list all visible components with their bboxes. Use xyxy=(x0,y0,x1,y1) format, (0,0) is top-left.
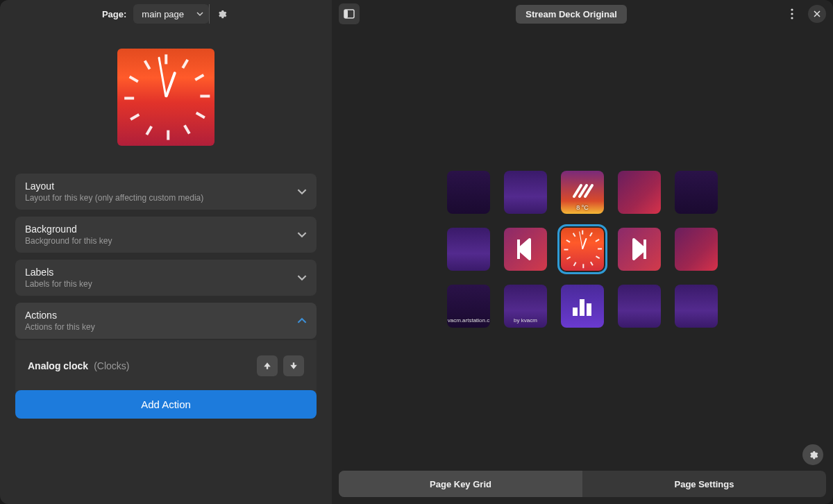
action-group: (Clocks) xyxy=(94,360,129,371)
section-title: Background xyxy=(25,224,297,235)
page-select[interactable]: main page xyxy=(133,4,209,24)
sidebar: Page: main page Layout Layout for this k… xyxy=(0,0,332,504)
grid-settings-button[interactable] xyxy=(802,444,823,465)
key-caption: vacm.artstation.c xyxy=(447,317,490,324)
key-1[interactable] xyxy=(504,171,547,214)
section-layout[interactable]: Layout Layout for this key (only affecti… xyxy=(15,174,317,210)
next-track-icon xyxy=(618,228,661,271)
key-0[interactable] xyxy=(447,171,490,214)
action-name: Analog clock xyxy=(28,360,88,371)
key-preview-image xyxy=(117,49,214,146)
key-6[interactable] xyxy=(504,228,547,271)
key-13[interactable] xyxy=(618,285,661,328)
chevron-down-icon xyxy=(297,273,307,283)
prev-track-icon xyxy=(504,228,547,271)
key-11[interactable]: by kvacm xyxy=(504,285,547,328)
add-action-button[interactable]: Add Action xyxy=(15,390,317,419)
actions-body: Analog clock (Clocks) Add Action xyxy=(15,340,317,419)
gear-icon xyxy=(808,450,818,460)
key-grid-wrap: 8 °Cvacm.artstation.cby kvacm xyxy=(332,28,833,471)
footer-tabs: Page Key Grid Page Settings xyxy=(339,471,826,497)
svg-point-3 xyxy=(791,12,793,15)
chevron-down-icon xyxy=(297,230,307,240)
volume-bars-icon xyxy=(561,285,604,328)
key-9[interactable] xyxy=(675,228,718,271)
more-vertical-icon xyxy=(791,8,793,19)
key-caption: by kvacm xyxy=(504,317,547,324)
action-move-down-button[interactable] xyxy=(283,355,304,376)
arrow-up-icon xyxy=(263,362,271,370)
action-move-up-button[interactable] xyxy=(257,355,278,376)
svg-rect-10 xyxy=(587,303,591,316)
section-title: Layout xyxy=(25,180,297,192)
section-subtitle: Labels for this key xyxy=(25,279,297,289)
arrow-down-icon xyxy=(289,362,298,370)
svg-point-2 xyxy=(791,8,793,10)
section-labels[interactable]: Labels Labels for this key xyxy=(15,260,317,296)
section-list: Layout Layout for this key (only affecti… xyxy=(0,174,332,504)
close-button[interactable] xyxy=(808,5,826,23)
key-4[interactable] xyxy=(675,171,718,214)
section-actions[interactable]: Actions Actions for this key xyxy=(15,303,317,339)
action-row[interactable]: Analog clock (Clocks) xyxy=(15,346,317,386)
close-icon xyxy=(814,10,821,17)
sidebar-header: Page: main page xyxy=(0,0,332,28)
main-panel: Stream Deck Original 8 °Cvacm.artstation… xyxy=(332,0,833,504)
key-3[interactable] xyxy=(618,171,661,214)
svg-rect-8 xyxy=(573,308,578,316)
key-preview xyxy=(0,28,332,174)
more-menu-button[interactable] xyxy=(783,5,801,23)
svg-rect-1 xyxy=(344,10,348,18)
section-subtitle: Background for this key xyxy=(25,236,297,246)
key-grid: 8 °Cvacm.artstation.cby kvacm xyxy=(447,171,718,328)
key-5[interactable] xyxy=(447,228,490,271)
page-settings-button[interactable] xyxy=(209,4,230,24)
chevron-down-icon xyxy=(196,10,203,17)
svg-point-4 xyxy=(791,17,793,19)
key-14[interactable] xyxy=(675,285,718,328)
page-select-value: main page xyxy=(142,9,184,19)
section-subtitle: Layout for this key (only affecting cust… xyxy=(25,193,297,203)
section-title: Labels xyxy=(25,267,297,278)
tab-page-settings[interactable]: Page Settings xyxy=(582,471,826,497)
key-7[interactable] xyxy=(561,228,604,271)
main-header: Stream Deck Original xyxy=(332,0,833,28)
chevron-up-icon xyxy=(297,316,307,326)
sidebar-icon xyxy=(344,8,355,19)
section-subtitle: Actions for this key xyxy=(25,322,297,332)
svg-rect-9 xyxy=(580,299,584,316)
key-label: 8 °C xyxy=(561,204,604,211)
section-background[interactable]: Background Background for this key xyxy=(15,217,317,253)
toggle-sidebar-button[interactable] xyxy=(339,3,360,24)
page-label: Page: xyxy=(102,9,126,19)
key-10[interactable]: vacm.artstation.c xyxy=(447,285,490,328)
section-title: Actions xyxy=(25,310,297,321)
key-8[interactable] xyxy=(618,228,661,271)
chevron-down-icon xyxy=(297,187,307,196)
key-2[interactable]: 8 °C xyxy=(561,171,604,214)
device-name[interactable]: Stream Deck Original xyxy=(516,5,627,24)
gear-icon xyxy=(217,9,227,19)
key-12[interactable] xyxy=(561,285,604,328)
tab-page-key-grid[interactable]: Page Key Grid xyxy=(339,471,582,497)
